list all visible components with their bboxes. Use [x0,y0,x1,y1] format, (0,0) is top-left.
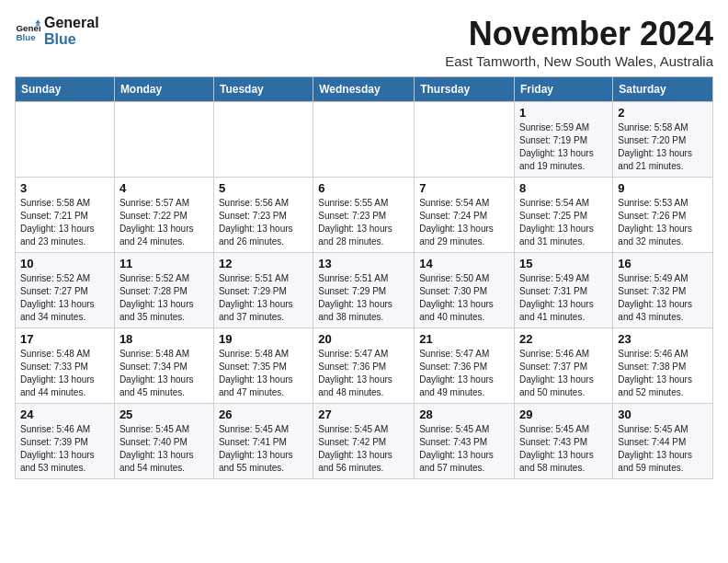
calendar-cell [213,102,313,178]
day-header-sunday: Sunday [16,77,115,102]
day-info: Sunrise: 5:55 AM Sunset: 7:23 PM Dayligh… [318,197,409,248]
title-area: November 2024 East Tamworth, New South W… [445,15,713,69]
day-header-tuesday: Tuesday [213,77,313,102]
logo-icon: General Blue [15,18,40,44]
day-number: 6 [318,181,409,195]
calendar-cell: 30Sunrise: 5:45 AM Sunset: 7:44 PM Dayli… [613,404,713,479]
day-number: 11 [119,257,209,270]
month-title: November 2024 [445,15,713,53]
day-info: Sunrise: 5:50 AM Sunset: 7:30 PM Dayligh… [419,272,509,324]
day-number: 13 [318,257,409,270]
calendar-cell: 4Sunrise: 5:57 AM Sunset: 7:22 PM Daylig… [114,178,213,253]
calendar-cell: 10Sunrise: 5:52 AM Sunset: 7:27 PM Dayli… [16,253,115,328]
day-info: Sunrise: 5:46 AM Sunset: 7:38 PM Dayligh… [618,348,708,399]
calendar-cell: 12Sunrise: 5:51 AM Sunset: 7:29 PM Dayli… [213,253,313,328]
day-number: 27 [318,408,409,421]
day-number: 4 [119,181,209,195]
calendar-cell: 13Sunrise: 5:51 AM Sunset: 7:29 PM Dayli… [313,253,415,328]
calendar-cell: 16Sunrise: 5:49 AM Sunset: 7:32 PM Dayli… [613,253,713,328]
day-info: Sunrise: 5:45 AM Sunset: 7:43 PM Dayligh… [419,423,509,475]
calendar-cell: 29Sunrise: 5:45 AM Sunset: 7:43 PM Dayli… [515,404,613,479]
calendar-cell [415,102,515,178]
day-info: Sunrise: 5:48 AM Sunset: 7:35 PM Dayligh… [219,348,308,399]
calendar-cell: 28Sunrise: 5:45 AM Sunset: 7:43 PM Dayli… [415,404,515,479]
day-number: 24 [20,408,109,421]
calendar-table: SundayMondayTuesdayWednesdayThursdayFrid… [15,76,713,479]
calendar-cell: 26Sunrise: 5:45 AM Sunset: 7:41 PM Dayli… [213,404,313,479]
calendar-cell: 15Sunrise: 5:49 AM Sunset: 7:31 PM Dayli… [515,253,613,328]
day-info: Sunrise: 5:45 AM Sunset: 7:43 PM Dayligh… [519,423,608,475]
day-number: 9 [618,181,708,195]
week-row-4: 17Sunrise: 5:48 AM Sunset: 7:33 PM Dayli… [16,328,713,404]
calendar-cell: 9Sunrise: 5:53 AM Sunset: 7:26 PM Daylig… [613,178,713,253]
calendar-cell: 14Sunrise: 5:50 AM Sunset: 7:30 PM Dayli… [415,253,515,328]
day-info: Sunrise: 5:52 AM Sunset: 7:28 PM Dayligh… [119,272,209,324]
week-row-5: 24Sunrise: 5:46 AM Sunset: 7:39 PM Dayli… [16,404,713,479]
calendar-cell [16,102,115,178]
svg-text:Blue: Blue [16,31,36,41]
calendar-cell: 24Sunrise: 5:46 AM Sunset: 7:39 PM Dayli… [16,404,115,479]
day-number: 16 [618,257,708,270]
day-info: Sunrise: 5:53 AM Sunset: 7:26 PM Dayligh… [618,197,708,248]
day-info: Sunrise: 5:54 AM Sunset: 7:24 PM Dayligh… [419,197,509,248]
calendar-cell: 21Sunrise: 5:47 AM Sunset: 7:36 PM Dayli… [415,328,515,404]
calendar-cell: 8Sunrise: 5:54 AM Sunset: 7:25 PM Daylig… [515,178,613,253]
day-info: Sunrise: 5:54 AM Sunset: 7:25 PM Dayligh… [519,197,608,248]
day-info: Sunrise: 5:51 AM Sunset: 7:29 PM Dayligh… [318,272,409,324]
calendar-cell: 27Sunrise: 5:45 AM Sunset: 7:42 PM Dayli… [313,404,415,479]
week-row-1: 1Sunrise: 5:59 AM Sunset: 7:19 PM Daylig… [16,102,713,178]
day-number: 17 [20,332,109,346]
calendar-cell: 6Sunrise: 5:55 AM Sunset: 7:23 PM Daylig… [313,178,415,253]
day-info: Sunrise: 5:47 AM Sunset: 7:36 PM Dayligh… [318,348,409,399]
day-header-monday: Monday [114,77,213,102]
day-header-wednesday: Wednesday [313,77,415,102]
header: General Blue General Blue November 2024 … [15,15,713,69]
day-number: 12 [219,257,308,270]
day-info: Sunrise: 5:46 AM Sunset: 7:39 PM Dayligh… [20,423,109,475]
day-info: Sunrise: 5:58 AM Sunset: 7:21 PM Dayligh… [20,197,109,248]
calendar-cell: 1Sunrise: 5:59 AM Sunset: 7:19 PM Daylig… [515,102,613,178]
day-number: 25 [119,408,209,421]
day-number: 18 [119,332,209,346]
day-number: 30 [618,408,708,421]
day-number: 7 [419,181,509,195]
day-info: Sunrise: 5:52 AM Sunset: 7:27 PM Dayligh… [20,272,109,324]
day-info: Sunrise: 5:51 AM Sunset: 7:29 PM Dayligh… [219,272,308,324]
calendar-cell: 3Sunrise: 5:58 AM Sunset: 7:21 PM Daylig… [16,178,115,253]
calendar-cell: 22Sunrise: 5:46 AM Sunset: 7:37 PM Dayli… [515,328,613,404]
calendar-cell: 20Sunrise: 5:47 AM Sunset: 7:36 PM Dayli… [313,328,415,404]
day-info: Sunrise: 5:45 AM Sunset: 7:40 PM Dayligh… [119,423,209,475]
calendar-cell: 5Sunrise: 5:56 AM Sunset: 7:23 PM Daylig… [213,178,313,253]
calendar-cell: 7Sunrise: 5:54 AM Sunset: 7:24 PM Daylig… [415,178,515,253]
day-info: Sunrise: 5:58 AM Sunset: 7:20 PM Dayligh… [618,121,708,173]
week-row-2: 3Sunrise: 5:58 AM Sunset: 7:21 PM Daylig… [16,178,713,253]
day-number: 22 [519,332,608,346]
day-info: Sunrise: 5:57 AM Sunset: 7:22 PM Dayligh… [119,197,209,248]
day-info: Sunrise: 5:48 AM Sunset: 7:34 PM Dayligh… [119,348,209,399]
day-header-thursday: Thursday [415,77,515,102]
day-number: 29 [519,408,608,421]
day-number: 28 [419,408,509,421]
calendar-cell: 11Sunrise: 5:52 AM Sunset: 7:28 PM Dayli… [114,253,213,328]
day-info: Sunrise: 5:45 AM Sunset: 7:41 PM Dayligh… [219,423,308,475]
day-header-saturday: Saturday [613,77,713,102]
day-number: 10 [20,257,109,270]
day-number: 5 [219,181,308,195]
day-info: Sunrise: 5:49 AM Sunset: 7:31 PM Dayligh… [519,272,608,324]
day-number: 20 [318,332,409,346]
day-number: 26 [219,408,308,421]
day-info: Sunrise: 5:48 AM Sunset: 7:33 PM Dayligh… [20,348,109,399]
day-header-friday: Friday [515,77,613,102]
location-subtitle: East Tamworth, New South Wales, Australi… [445,53,713,69]
calendar-cell: 2Sunrise: 5:58 AM Sunset: 7:20 PM Daylig… [613,102,713,178]
calendar-cell [114,102,213,178]
calendar-cell: 25Sunrise: 5:45 AM Sunset: 7:40 PM Dayli… [114,404,213,479]
logo: General Blue General Blue [15,15,99,47]
day-number: 23 [618,332,708,346]
week-row-3: 10Sunrise: 5:52 AM Sunset: 7:27 PM Dayli… [16,253,713,328]
day-info: Sunrise: 5:47 AM Sunset: 7:36 PM Dayligh… [419,348,509,399]
day-info: Sunrise: 5:56 AM Sunset: 7:23 PM Dayligh… [219,197,308,248]
day-info: Sunrise: 5:45 AM Sunset: 7:42 PM Dayligh… [318,423,409,475]
calendar-cell [313,102,415,178]
day-number: 19 [219,332,308,346]
